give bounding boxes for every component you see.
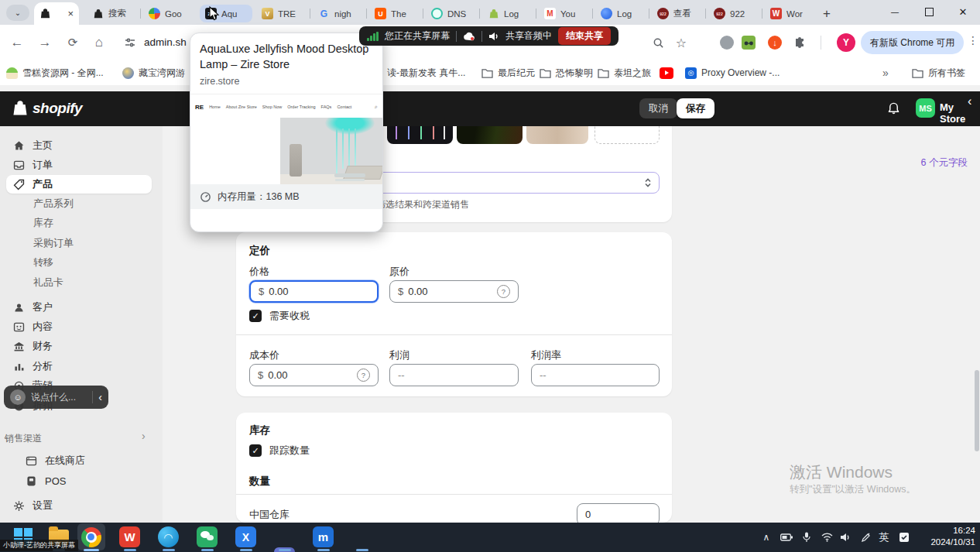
wechat-button[interactable] [197, 526, 218, 547]
chrome-update-button[interactable]: 有新版 Chrome 可用 [861, 31, 964, 54]
sidebar-item-orders[interactable]: 订单 [6, 156, 152, 174]
assistant-bar[interactable]: ☺ 说点什么... [4, 386, 108, 409]
chrome-menu-icon[interactable] [968, 34, 978, 46]
scrollbar-thumb[interactable] [975, 370, 979, 451]
volume-icon[interactable] [838, 530, 853, 544]
tab-search-button[interactable]: ⌄ [6, 5, 29, 21]
tab-active[interactable] [34, 2, 79, 25]
track-quantity-row[interactable]: 跟踪数量 [249, 444, 310, 458]
tab-word[interactable]: Wor [765, 5, 817, 22]
download-extension-icon[interactable]: ↓ [768, 36, 782, 50]
glasses-extension-icon[interactable] [742, 36, 756, 50]
sidebar-item-inventory[interactable]: 库存 [6, 214, 152, 232]
sidebar-item-online-store[interactable]: 在线商店 [6, 451, 152, 470]
home-button[interactable]: ⌂ [90, 33, 108, 52]
notifications-bell-icon[interactable] [887, 101, 900, 115]
checkbox-checked-icon[interactable] [249, 310, 262, 322]
tab-logo-blue[interactable]: Log [595, 5, 648, 22]
tab-aqualuxe-hovered[interactable]: Aqu [200, 5, 252, 22]
tab-the[interactable]: The [369, 5, 422, 22]
sidebar-item-gift-cards[interactable]: 礼品卡 [6, 273, 152, 292]
m-app-button[interactable] [313, 526, 334, 547]
tab-search-shopify[interactable]: 搜索 [87, 5, 139, 22]
ime-indicator[interactable]: 英 [876, 530, 892, 544]
sidebar-item-purchase-orders[interactable]: 采购订单 [6, 234, 152, 252]
link-extension-icon[interactable] [720, 36, 734, 50]
sidebar-item-settings[interactable]: 设置 [6, 496, 152, 515]
bookmark-proxy[interactable]: Proxy Overview -... [685, 65, 780, 81]
window-close-button[interactable] [946, 0, 980, 23]
bookmarks-overflow-button[interactable]: » [882, 65, 889, 81]
store-avatar[interactable]: MS [916, 98, 935, 118]
chevron-left-icon[interactable] [98, 391, 102, 403]
tab-trend[interactable]: TRE [256, 5, 309, 22]
cloud-icon[interactable] [463, 32, 475, 41]
chevron-right-icon[interactable] [142, 430, 146, 442]
price-input[interactable]: $ 0.00 [249, 280, 379, 303]
sidebar-item-home[interactable]: 主页 [6, 136, 152, 155]
battery-icon[interactable] [779, 530, 794, 544]
profile-avatar[interactable]: Y [837, 33, 855, 52]
extensions-puzzle-icon[interactable] [793, 36, 807, 50]
tab-922[interactable]: 922 [708, 5, 761, 22]
bookmark-item[interactable]: 雪糕资源网 - 全网... [6, 65, 104, 81]
xunlei-button[interactable] [235, 526, 256, 547]
shopify-admin-page: 6 个元字段 筛选结果和跨渠道销售 定价 价格 原价 $ 0.00 $ 0.00… [0, 85, 980, 523]
wps-taskbar-button[interactable] [119, 526, 140, 547]
wifi-icon[interactable] [819, 530, 834, 544]
bookmark-item[interactable]: 读-最新发表 真牛... [387, 65, 465, 81]
save-button[interactable]: 保存 [677, 98, 714, 118]
help-icon[interactable] [357, 369, 370, 382]
bookmark-folder[interactable]: 最后纪元 [481, 65, 535, 81]
new-tab-button[interactable] [817, 5, 836, 23]
forward-button[interactable]: → [36, 33, 54, 52]
tab-logo-shopify[interactable]: Log [482, 5, 535, 22]
sidebar-item-content[interactable]: 内容 [6, 317, 152, 336]
sidebar-item-collections[interactable]: 产品系列 [6, 194, 152, 213]
tax-checkbox-row[interactable]: 需要收税 [249, 309, 310, 323]
address-url[interactable]: admin.sh [144, 36, 187, 48]
tray-expand-icon[interactable]: ∧ [759, 530, 774, 544]
profit-input[interactable]: -- [389, 364, 519, 386]
bookmark-folder[interactable]: 泰坦之旅 [598, 65, 651, 81]
tab-dns[interactable]: DNS [426, 5, 478, 22]
bookmark-item[interactable]: 藏宝湾网游 [122, 65, 185, 81]
tab-night[interactable]: nigh [313, 5, 365, 22]
assistant-placeholder[interactable]: 说点什么... [31, 391, 76, 404]
tab-922-view[interactable]: 查看 [652, 5, 704, 22]
reload-button[interactable]: ⟳ [63, 33, 82, 52]
window-restore-button[interactable] [912, 0, 946, 23]
sidebar-item-products[interactable]: 产品 [6, 175, 152, 194]
pen-icon[interactable] [858, 530, 873, 544]
back-button[interactable]: ← [8, 33, 26, 52]
help-icon[interactable] [497, 285, 510, 298]
sidebar-item-customers[interactable]: 客户 [6, 298, 152, 317]
site-info-icon[interactable] [121, 33, 139, 52]
cancel-button[interactable]: 取消 [639, 98, 677, 118]
bookmark-folder[interactable]: 恐怖黎明 [540, 65, 593, 81]
metafields-link[interactable]: 6 个元字段 [921, 156, 968, 170]
bookmark-star-icon[interactable]: ☆ [672, 33, 690, 52]
margin-input[interactable]: -- [531, 364, 660, 386]
search-icon[interactable] [649, 33, 667, 52]
stop-sharing-button[interactable]: 结束共享 [558, 27, 611, 45]
sidebar-item-transfers[interactable]: 转移 [6, 253, 152, 272]
cost-input[interactable]: $ 0.00 [249, 364, 379, 386]
window-minimize-button[interactable] [878, 0, 912, 23]
sidebar-item-pos[interactable]: POS [6, 471, 152, 490]
chrome-taskbar-button[interactable] [81, 526, 101, 547]
bookmark-youtube[interactable] [660, 65, 673, 81]
compare-price-input[interactable]: $ 0.00 [389, 280, 519, 303]
microphone-icon[interactable] [799, 530, 814, 544]
tab-google[interactable]: Goo [143, 5, 196, 22]
all-bookmarks-folder[interactable]: 所有书签 [912, 65, 965, 81]
tray-clock[interactable]: 16:24 2024/10/31 [920, 525, 975, 548]
sidebar-item-analytics[interactable]: 分析 [6, 357, 152, 375]
checkbox-checked-icon[interactable] [249, 444, 262, 457]
close-icon[interactable] [67, 9, 74, 19]
tab-gmail[interactable]: You [539, 5, 591, 22]
sidebar-item-finance[interactable]: 财务 [6, 337, 152, 355]
collapse-chevron-icon[interactable] [968, 94, 971, 108]
meeting-app-button[interactable] [158, 526, 179, 547]
security-shield-icon[interactable] [896, 530, 912, 544]
